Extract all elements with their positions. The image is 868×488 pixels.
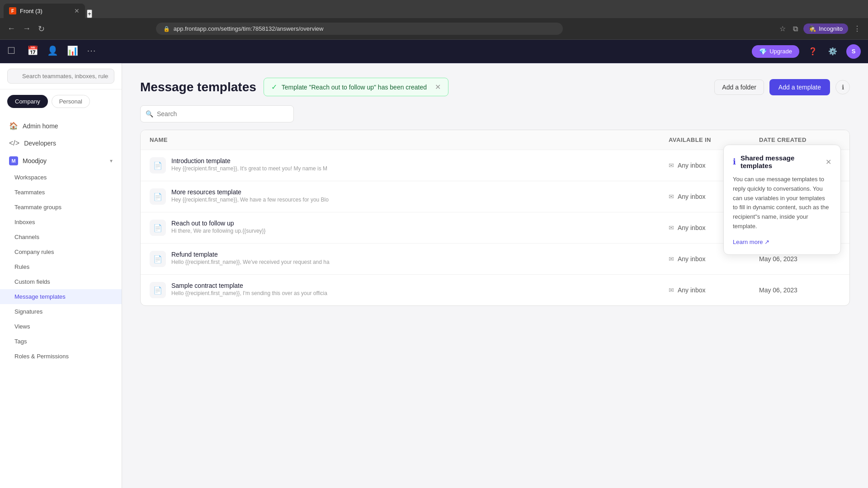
info-panel-header: ℹ Shared message templates ✕ xyxy=(733,154,831,169)
browser-tab[interactable]: F Front (3) ✕ xyxy=(4,4,85,18)
calendar-icon[interactable]: 📅 xyxy=(27,45,40,58)
template-info: Introduction template Hey {{recipient.fi… xyxy=(171,157,327,172)
channels-label: Channels xyxy=(14,234,39,240)
table-row[interactable]: 📄 Sample contract template Hello {{recip… xyxy=(141,275,849,305)
sidebar-item-roles-permissions[interactable]: Roles & Permissions xyxy=(0,349,122,364)
template-preview: Hi there, We are following up.{{survey}} xyxy=(171,228,266,234)
teammates-label: Teammates xyxy=(14,189,45,196)
analytics-icon[interactable]: 📊 xyxy=(67,45,80,58)
template-info: Reach out to follow up Hi there, We are … xyxy=(171,220,266,234)
sidebar-item-company-rules[interactable]: Company rules xyxy=(0,244,122,259)
moodjoy-label: Moodjoy xyxy=(23,157,47,164)
company-rules-label: Company rules xyxy=(14,249,54,255)
learn-more-link[interactable]: Learn more ↗ xyxy=(733,239,831,245)
upgrade-button[interactable]: 💎 Upgrade xyxy=(752,45,799,58)
sidebar-item-views[interactable]: Views xyxy=(0,319,122,334)
inbox-icon: ✉ xyxy=(669,162,674,169)
address-field[interactable]: 🔒 app.frontapp.com/settings/tim:7858132/… xyxy=(156,23,563,35)
sidebar-item-teammates[interactable]: Teammates xyxy=(0,185,122,200)
company-personal-tabs: Company Personal xyxy=(0,89,122,113)
template-preview: Hello {{recipient.first_name}}, We've re… xyxy=(171,259,330,265)
more-apps-icon[interactable]: ⋯ xyxy=(87,45,99,58)
info-button[interactable]: ℹ xyxy=(835,80,850,94)
url-text: app.frontapp.com/settings/tim:7858132/an… xyxy=(174,25,324,32)
header-actions: Add a folder Add a template ℹ xyxy=(714,79,850,95)
inbox-cell: ✉ Any inbox xyxy=(669,286,759,294)
col-available: Available in xyxy=(669,136,759,143)
settings-button[interactable]: ⚙️ xyxy=(826,45,839,57)
help-button[interactable]: ❓ xyxy=(807,45,819,57)
tab-bar: F Front (3) ✕ + xyxy=(0,0,868,18)
sidebar-item-rules[interactable]: Rules xyxy=(0,259,122,274)
inbox-icon: ✉ xyxy=(669,224,674,231)
add-template-button[interactable]: Add a template xyxy=(769,79,830,95)
template-name-cell: 📄 Refund template Hello {{recipient.firs… xyxy=(150,251,669,267)
template-info: More resources template Hey {{recipient.… xyxy=(171,188,329,203)
template-name-cell: 📄 Introduction template Hey {{recipient.… xyxy=(150,157,669,174)
notification-text: Template "Reach out to follow up" has be… xyxy=(282,84,427,91)
inboxes-label: Inboxes xyxy=(14,219,35,225)
sidebar: 🔍 Company Personal 🏠 Admin home </> Dev xyxy=(0,63,122,488)
template-file-icon: 📄 xyxy=(150,220,166,236)
sidebar-sub-items: Workspaces Teammates Teammate groups Inb… xyxy=(0,170,122,364)
sidebar-item-developers[interactable]: </> Developers xyxy=(0,135,122,152)
extensions-button[interactable]: ⧉ xyxy=(791,23,800,35)
personal-tab[interactable]: Personal xyxy=(52,95,90,108)
inbox-label: Any inbox xyxy=(678,255,705,263)
workspaces-label: Workspaces xyxy=(14,174,47,181)
bookmark-button[interactable]: ☆ xyxy=(778,23,788,35)
info-panel-icon: ℹ xyxy=(733,157,736,167)
sidebar-item-teammate-groups[interactable]: Teammate groups xyxy=(0,200,122,215)
views-label: Views xyxy=(14,323,30,330)
template-name-cell: 📄 Sample contract template Hello {{recip… xyxy=(150,282,669,298)
inbox-cell: ✉ Any inbox xyxy=(669,255,759,263)
back-button[interactable]: ← xyxy=(5,22,17,35)
sidebar-search-area: 🔍 xyxy=(0,63,122,89)
learn-more-label: Learn more xyxy=(733,239,763,245)
col-date: Date created xyxy=(759,136,840,143)
sidebar-item-message-templates[interactable]: Message templates xyxy=(0,289,122,304)
sidebar-group-moodjoy[interactable]: M Moodjoy ▾ xyxy=(0,152,122,170)
reload-button[interactable]: ↻ xyxy=(36,22,47,36)
sidebar-item-tags[interactable]: Tags xyxy=(0,334,122,349)
sidebar-item-inboxes[interactable]: Inboxes xyxy=(0,215,122,230)
success-check-icon: ✓ xyxy=(271,83,277,91)
more-button[interactable]: ⋮ xyxy=(852,23,863,35)
tab-close-icon[interactable]: ✕ xyxy=(74,7,80,14)
add-folder-button[interactable]: Add a folder xyxy=(714,80,764,95)
contacts-icon[interactable]: 👤 xyxy=(47,45,60,58)
company-tab[interactable]: Company xyxy=(7,95,48,108)
sidebar-item-workspaces[interactable]: Workspaces xyxy=(0,170,122,185)
incognito-label: Incognito xyxy=(819,25,843,32)
inbox-icon: ✉ xyxy=(669,255,674,263)
template-search-input[interactable] xyxy=(140,105,294,122)
template-info: Sample contract template Hello {{recipie… xyxy=(171,282,327,296)
sidebar-item-custom-fields[interactable]: Custom fields xyxy=(0,274,122,289)
inbox-icon[interactable]: ☐ xyxy=(7,45,20,58)
sidebar-item-admin-home[interactable]: 🏠 Admin home xyxy=(0,117,122,135)
forward-button[interactable]: → xyxy=(21,22,33,35)
admin-home-label: Admin home xyxy=(23,122,58,130)
message-templates-label: Message templates xyxy=(14,293,66,300)
user-avatar[interactable]: S xyxy=(846,44,861,59)
teammate-groups-label: Teammate groups xyxy=(14,204,61,211)
col-name: Name xyxy=(150,136,669,143)
info-panel-close-icon[interactable]: ✕ xyxy=(826,158,831,166)
sidebar-item-signatures[interactable]: Signatures xyxy=(0,304,122,319)
new-tab-button[interactable]: + xyxy=(87,9,92,18)
sidebar-search-input[interactable] xyxy=(7,69,114,84)
sidebar-item-channels[interactable]: Channels xyxy=(0,230,122,244)
template-name: More resources template xyxy=(171,188,329,196)
page-title: Message templates xyxy=(140,80,256,94)
external-link-icon: ↗ xyxy=(764,239,769,245)
info-panel-title: Shared message templates xyxy=(741,154,821,169)
incognito-button[interactable]: 🕵️ Incognito xyxy=(803,23,848,34)
developers-label: Developers xyxy=(24,140,56,147)
notification-close-icon[interactable]: ✕ xyxy=(435,83,441,91)
info-panel: ℹ Shared message templates ✕ You can use… xyxy=(723,145,841,255)
home-icon: 🏠 xyxy=(9,122,18,130)
inbox-label: Any inbox xyxy=(678,193,705,200)
chevron-down-icon: ▾ xyxy=(110,158,113,164)
app-toolbar: ☐ 📅 👤 📊 ⋯ 💎 Upgrade ❓ ⚙️ S xyxy=(0,40,868,63)
gem-icon: 💎 xyxy=(759,48,767,55)
